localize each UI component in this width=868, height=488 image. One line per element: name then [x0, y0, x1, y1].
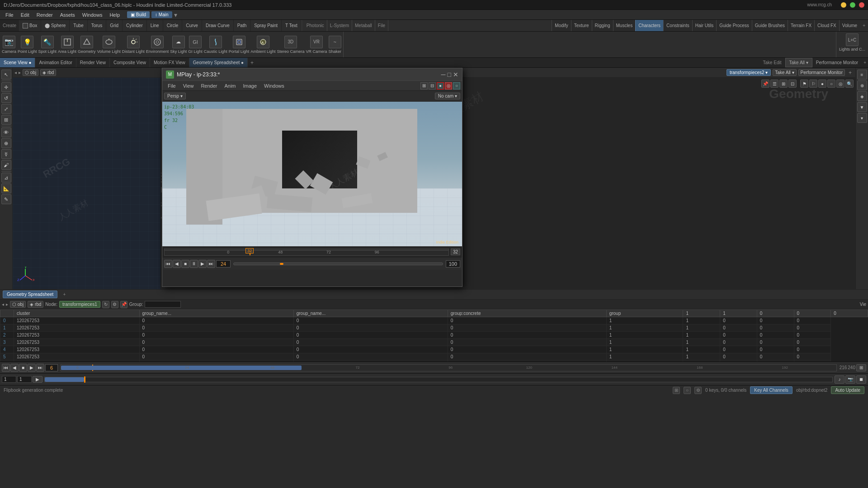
- spread-settings-btn[interactable]: ⚙: [111, 301, 118, 308]
- menu-help[interactable]: Help: [106, 11, 123, 19]
- table-row[interactable]: 612026725300011000: [0, 361, 868, 362]
- ambient-light-btn[interactable]: A Ambient Light: [250, 36, 275, 54]
- nc-grid-btn[interactable]: ⊞: [779, 80, 788, 88]
- main-step-fwd[interactable]: ⏭: [36, 364, 44, 372]
- nc-flag5[interactable]: ◎: [836, 80, 844, 88]
- mplay-menu-view[interactable]: View: [179, 82, 198, 89]
- nc-zoom-btn[interactable]: 🔍: [845, 80, 854, 88]
- main-goto-start[interactable]: ⏮: [2, 364, 10, 372]
- auto-update-btn[interactable]: Auto Update: [831, 386, 864, 394]
- tool-select[interactable]: ↖: [1, 70, 11, 80]
- maximize-button[interactable]: [850, 2, 855, 8]
- col-group-name1[interactable]: group_name...: [139, 310, 293, 317]
- mplay-restore-btn[interactable]: □: [448, 71, 451, 78]
- tab-guide-brushes[interactable]: Guide Brushes: [752, 20, 788, 31]
- add-tab-btn[interactable]: +: [248, 58, 256, 67]
- build-button[interactable]: ▣ Build: [127, 11, 150, 18]
- spread-group-input[interactable]: [145, 301, 181, 308]
- tab-torus[interactable]: Torus: [88, 20, 106, 31]
- tool-annotation[interactable]: ✎: [1, 194, 11, 204]
- col-0a[interactable]: 0: [757, 310, 794, 317]
- tab-curve[interactable]: Curve: [182, 20, 202, 31]
- mplay-menu-file[interactable]: File: [164, 82, 179, 89]
- key-all-btn[interactable]: Key All Channels: [750, 386, 793, 394]
- spread-nav-back[interactable]: ◂: [2, 302, 4, 307]
- nc-flag3[interactable]: ●: [818, 80, 826, 88]
- mplay-rec3-btn[interactable]: ○: [453, 82, 460, 89]
- tool-view[interactable]: 👁: [1, 127, 11, 137]
- spread-add-tab[interactable]: +: [60, 291, 68, 298]
- tab-spray-paint[interactable]: Spray Paint: [250, 20, 282, 31]
- tab-characters[interactable]: Characters: [635, 20, 663, 31]
- tab-text[interactable]: T Text: [282, 20, 302, 31]
- spread-rbd-btn[interactable]: ◈ rbd: [28, 301, 43, 308]
- table-row[interactable]: 512026725300011000: [0, 353, 868, 361]
- tab-composite-view[interactable]: Composite View: [110, 58, 150, 67]
- tab-metaball[interactable]: Metaball: [352, 20, 375, 31]
- big-timeline-slider[interactable]: [44, 377, 833, 382]
- audio-btn[interactable]: ♪: [835, 375, 844, 384]
- gi-light-btn[interactable]: GI GI Light: [188, 36, 203, 54]
- tab-render-view[interactable]: Render View: [76, 58, 110, 67]
- start-frame-input[interactable]: [2, 376, 16, 383]
- col-group[interactable]: group: [606, 310, 683, 317]
- spread-pin-btn[interactable]: 📌: [120, 301, 127, 308]
- right-tool-5[interactable]: ▾: [857, 113, 867, 123]
- menu-render[interactable]: Render: [33, 11, 57, 19]
- mplay-menu-image[interactable]: Image: [240, 82, 261, 89]
- mplay-view-btn2[interactable]: ⊟: [429, 82, 436, 89]
- close-button[interactable]: [859, 2, 864, 8]
- mplay-view-btn1[interactable]: ⊞: [420, 82, 428, 89]
- tab-cloud-fx[interactable]: Cloud FX: [814, 20, 839, 31]
- right-tool-1[interactable]: ≡: [857, 70, 867, 80]
- lights-and-c-group[interactable]: L+C Lights and C...: [836, 32, 868, 57]
- mplay-menu-render[interactable]: Render: [197, 82, 221, 89]
- sky-light-btn[interactable]: ☁ Sky Light: [170, 36, 187, 54]
- main-tab[interactable]: ↕ Main: [151, 11, 172, 18]
- distant-light-btn[interactable]: Distant Light: [122, 36, 145, 54]
- tab-motion-fx[interactable]: Motion FX View: [150, 58, 189, 67]
- geometry-light-btn[interactable]: Geometry: [78, 36, 96, 54]
- spread-refresh-btn[interactable]: ↻: [102, 301, 109, 308]
- tool-snap[interactable]: ⊿: [1, 173, 11, 183]
- tab-geo-spreadsheet[interactable]: Geometry Spreadsheet ●: [189, 58, 248, 67]
- table-row[interactable]: 312026725300011000: [0, 339, 868, 346]
- col-cluster[interactable]: cluster: [14, 310, 140, 317]
- menu-windows[interactable]: Windows: [79, 11, 106, 19]
- table-row[interactable]: 412026725300011000: [0, 346, 868, 353]
- tool-measure[interactable]: 📐: [1, 183, 11, 193]
- main-step-back[interactable]: ◀: [10, 364, 19, 372]
- mplay-rec2-btn[interactable]: ◎: [445, 82, 452, 89]
- main-play[interactable]: ▶: [28, 364, 36, 372]
- status-icon-1[interactable]: ⊞: [673, 387, 680, 394]
- nc-pin-btn[interactable]: 📌: [761, 80, 769, 88]
- table-row[interactable]: 012026725300011000: [0, 317, 868, 324]
- mplay-menu-windows[interactable]: Windows: [260, 82, 288, 89]
- area-light-btn[interactable]: Area Light: [58, 36, 76, 54]
- right-tool-4[interactable]: ▼: [857, 102, 867, 112]
- mplay-cam-btn[interactable]: No cam ▾: [435, 93, 460, 99]
- spread-obj-btn[interactable]: ⬡ obj: [10, 301, 26, 308]
- nc-flag4[interactable]: ○: [827, 80, 835, 88]
- tab-terrain-fx[interactable]: Terrain FX: [788, 20, 814, 31]
- col-0c[interactable]: 0: [831, 310, 868, 317]
- tab-tube[interactable]: Tube: [70, 20, 87, 31]
- tab-hair-utils[interactable]: Hair Utils: [692, 20, 717, 31]
- range-btn[interactable]: ⊞: [856, 364, 866, 371]
- mplay-persp-btn[interactable]: Persp ▾: [164, 93, 186, 99]
- spot-light-btn[interactable]: 🔦 Spot Light: [38, 36, 57, 54]
- spread-nav-fwd[interactable]: ▸: [6, 302, 8, 307]
- viewport-obj-btn[interactable]: ⬡ obj: [23, 69, 38, 76]
- tab-constraints[interactable]: Constraints: [663, 20, 692, 31]
- tool-handle[interactable]: ⊕: [1, 138, 11, 148]
- spread-tab-geo[interactable]: Geometry Spreadsheet: [3, 291, 57, 298]
- viewport-content[interactable]: X Y Z RRCG 人人素材: [13, 78, 160, 289]
- tool-pose[interactable]: ☿: [1, 149, 11, 159]
- col-0b[interactable]: 0: [794, 310, 831, 317]
- tool-translate[interactable]: ✛: [1, 82, 11, 92]
- mplay-rec-btn[interactable]: ●: [437, 82, 444, 89]
- more-btn[interactable]: +: [860, 20, 868, 31]
- tab-modify[interactable]: Modify: [552, 20, 571, 31]
- col-1a[interactable]: 1: [683, 310, 720, 317]
- nc-frame-btn[interactable]: ⊡: [788, 80, 797, 88]
